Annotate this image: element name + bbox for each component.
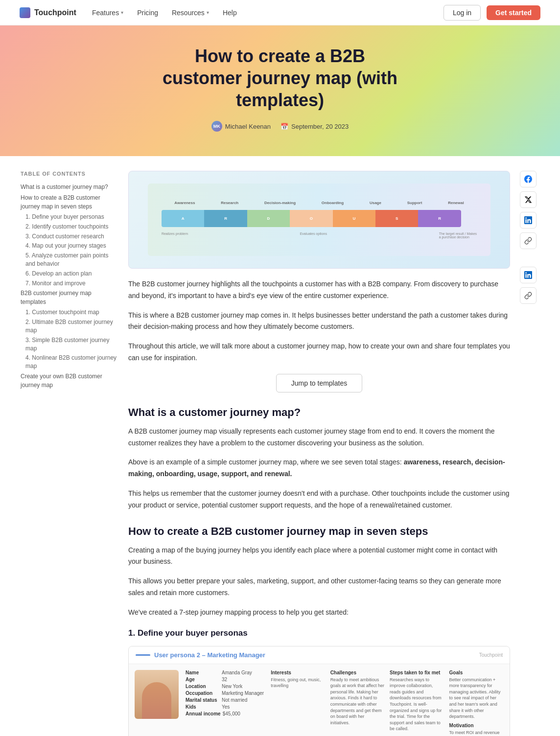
segment-research: R — [204, 210, 247, 227]
table-of-contents: TABLE OF CONTENTS What is a customer jou… — [21, 171, 118, 391]
author-meta: MK Michael Keenan — [211, 121, 271, 132]
calendar-icon: 📅 — [280, 123, 288, 130]
persona-field-marital: Marital status Not married — [186, 697, 264, 703]
chevron-down-icon: ▾ — [121, 10, 123, 15]
toc-item-what[interactable]: What is a customer journey map? — [21, 183, 118, 191]
toc-sub-step3[interactable]: 3. Conduct customer research — [21, 232, 118, 241]
toc-sub-template3[interactable]: 3. Simple B2B customer journey map — [21, 336, 118, 353]
toc-sub-step7[interactable]: 7. Monitor and improve — [21, 279, 118, 288]
copy-link-button-2[interactable] — [520, 287, 537, 304]
nav-features[interactable]: Features ▾ — [92, 9, 123, 17]
persona-goals-col: Goals Better communication + more transp… — [449, 670, 504, 736]
segment-decision: D — [247, 210, 290, 227]
persona-right-cols: Interests Fitness, going out, music, tra… — [271, 670, 504, 736]
social-sidebar — [520, 171, 539, 304]
login-button[interactable]: Log in — [443, 5, 481, 21]
section2-heading: How to create a B2B customer journey map… — [128, 525, 510, 538]
get-started-button[interactable]: Get started — [487, 5, 540, 20]
persona-field-age: Age 32 — [186, 677, 264, 682]
persona-field-name: Name Amanda Gray — [186, 670, 264, 675]
avatar: MK — [211, 121, 222, 132]
persona-goals: Goals Better communication + more transp… — [449, 670, 504, 720]
logo-text: Touchpoint — [34, 8, 76, 17]
nav-pricing[interactable]: Pricing — [137, 9, 158, 17]
logo-icon — [20, 7, 30, 18]
persona-field-kids: Kids Yes — [186, 704, 264, 710]
toc-sub-step1[interactable]: 1. Define your buyer personas — [21, 213, 118, 221]
journey-bar: A R D O U S R — [162, 210, 461, 227]
section1-para2: Above is an example of a simple customer… — [128, 457, 510, 480]
persona-photo — [135, 670, 179, 719]
persona-steps: Steps taken to fix met Researches ways t… — [390, 670, 444, 736]
section1-heading: What is a customer journey map? — [128, 406, 510, 419]
persona-photo-inner — [135, 670, 179, 719]
linkedin-share-button[interactable] — [520, 212, 537, 229]
hero-meta: MK Michael Keenan 📅 September, 20 2023 — [20, 121, 540, 132]
stage-list: awareness, research, decision-making, on… — [128, 458, 505, 478]
segment-support: S — [375, 210, 418, 227]
section2-para2: This allows you better prepare your sale… — [128, 575, 510, 599]
journey-map-inner: Awareness Research Decision-making Onboa… — [148, 184, 490, 256]
nav-help[interactable]: Help — [223, 9, 237, 17]
intro-para1: The B2B customer journey highlights all … — [128, 278, 510, 302]
publish-date: September, 20 2023 — [291, 123, 349, 130]
toc-item-templates[interactable]: B2B customer journey map templates — [21, 289, 118, 306]
jump-to-templates-button[interactable]: Jump to templates — [276, 374, 362, 392]
social-divider — [520, 253, 539, 263]
copy-link-button[interactable] — [520, 232, 537, 249]
navbar-right: Log in Get started — [443, 5, 540, 21]
section2-para3: We've created a 7-step journey mapping p… — [128, 607, 510, 619]
section2-para1: Creating a map of the buying journey hel… — [128, 545, 510, 568]
linkedin-share-button-2[interactable] — [520, 267, 537, 283]
facebook-share-button[interactable] — [520, 171, 537, 187]
segment-usage: U — [333, 210, 375, 227]
persona-card: User persona 2 – Marketing Manager Touch… — [128, 646, 510, 736]
intro-para2: This is where a B2B customer journey map… — [128, 310, 510, 333]
toc-sub-template4[interactable]: 4. Nonlinear B2B customer journey map — [21, 354, 118, 370]
toc-title: TABLE OF CONTENTS — [21, 171, 118, 177]
hero-banner: How to create a B2B customer journey map… — [0, 25, 560, 156]
persona-body: Name Amanda Gray Age 32 Location New Yor… — [129, 664, 510, 736]
twitter-share-button[interactable] — [520, 191, 537, 208]
main-content: Awareness Research Decision-making Onboa… — [128, 171, 510, 736]
persona-field-income: Annual income $45,000 — [186, 711, 264, 716]
toc-sub-step2[interactable]: 2. Identify customer touchpoints — [21, 223, 118, 231]
persona-header-text: User persona 2 – Marketing Manager — [154, 651, 265, 659]
toc-sub-template1[interactable]: 1. Customer touchpoint map — [21, 308, 118, 317]
person-silhouette — [142, 682, 171, 719]
nav-links: Features ▾ Pricing Resources ▾ Help — [92, 9, 237, 17]
toc-sub-step5[interactable]: 5. Analyze customer pain points and beha… — [21, 252, 118, 268]
navbar: Touchpoint Features ▾ Pricing Resources … — [0, 0, 560, 25]
page-body: TABLE OF CONTENTS What is a customer jou… — [11, 156, 549, 736]
persona-challenges: Challenges Ready to meet ambitious goals… — [330, 670, 385, 736]
intro-para3: Throughout this article, we will talk mo… — [128, 341, 510, 364]
step1-heading: 1. Define your buyer personas — [128, 628, 510, 638]
persona-brand: Touchpoint — [479, 652, 503, 658]
persona-motivation: Motivation To meet ROI and revenue goals… — [449, 723, 504, 736]
date-meta: 📅 September, 20 2023 — [280, 123, 349, 130]
persona-header-accent — [136, 654, 150, 656]
persona-fields: Name Amanda Gray Age 32 Location New Yor… — [186, 670, 264, 736]
jump-btn-wrapper: Jump to templates — [128, 374, 510, 392]
author-name: Michael Keenan — [225, 123, 271, 130]
navbar-left: Touchpoint Features ▾ Pricing Resources … — [20, 7, 237, 18]
segment-onboarding: O — [290, 210, 332, 227]
navbar-logo[interactable]: Touchpoint — [20, 7, 76, 18]
hero-title: How to create a B2B customer journey map… — [158, 45, 402, 111]
toc-sub-template2[interactable]: 2. Ultimate B2B customer journey map — [21, 318, 118, 335]
journey-map-image: Awareness Research Decision-making Onboa… — [128, 171, 510, 269]
segment-awareness: A — [162, 210, 204, 227]
toc-item-create[interactable]: Create your own B2B customer journey map — [21, 372, 118, 390]
toc-sub-step4[interactable]: 4. Map out your journey stages — [21, 242, 118, 250]
toc-sub-step6[interactable]: 6. Develop an action plan — [21, 270, 118, 278]
persona-header: User persona 2 – Marketing Manager Touch… — [129, 646, 510, 664]
chevron-down-icon: ▾ — [207, 10, 209, 15]
section1-para1: A B2B customer journey map visually repr… — [128, 426, 510, 449]
persona-interests: Interests Fitness, going out, music, tra… — [271, 670, 325, 736]
persona-field-location: Location New York — [186, 684, 264, 689]
toc-item-how[interactable]: How to create a B2B customer journey map… — [21, 193, 118, 211]
nav-resources[interactable]: Resources ▾ — [172, 9, 209, 17]
segment-renewal: R — [418, 210, 461, 227]
persona-field-occupation: Occupation Marketing Manager — [186, 690, 264, 696]
section1-para3: This helps us remember that the customer… — [128, 488, 510, 511]
